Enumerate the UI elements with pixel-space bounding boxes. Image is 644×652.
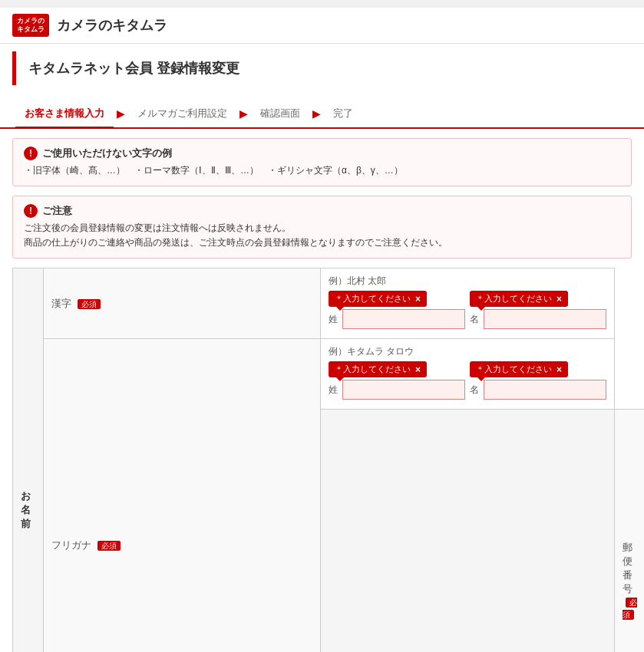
notice2-icon: ! <box>24 204 38 218</box>
name-label: お名前 <box>13 268 44 652</box>
notice1-text: ・旧字体（崎、髙、…） ・ローマ数字（Ⅰ、Ⅱ、Ⅲ、…） ・ギリシャ文字（α、β、… <box>24 163 620 178</box>
furigana-label: フリガナ 必須 <box>44 339 321 652</box>
registration-form: お名前 漢字 必須 例）北村 太郎 ＊入力してください × 姓 <box>12 268 644 652</box>
step-4-label: 完了 <box>333 107 353 120</box>
step-2[interactable]: メルマガご利用設定 <box>128 100 236 127</box>
notice2-title-text: ご注意 <box>42 204 72 218</box>
step-3[interactable]: 確認画面 <box>251 100 309 127</box>
step-arrow-1: ▶ <box>117 107 125 120</box>
address-label: ご住所 <box>321 410 615 652</box>
kanji-input-row: ＊入力してください × 姓 ＊入力してください × <box>329 291 606 329</box>
notice1-title: ! ご使用いただけない文字の例 <box>24 147 620 160</box>
step-4[interactable]: 完了 <box>324 100 362 127</box>
step-1-label: お客さま情報入力 <box>25 107 104 120</box>
logo-line2: キタムラ <box>17 25 45 34</box>
furigana-input-row: ＊入力してください × 姓 ＊入力してください × <box>329 361 606 400</box>
kanji-sei-error-close[interactable]: × <box>415 294 421 305</box>
kanji-sei-error-text: ＊入力してください <box>335 293 411 305</box>
furigana-sei-error-tooltip: ＊入力してください × <box>329 361 427 377</box>
mei-label-furigana: 名 <box>470 384 479 397</box>
postal-required: 必須 <box>623 598 637 620</box>
header: カメラの キタムラ カメラのキタムラ <box>0 8 644 44</box>
logo: カメラの キタムラ <box>12 14 49 37</box>
kanji-required: 必須 <box>78 299 101 309</box>
furigana-mei-input[interactable] <box>484 380 606 400</box>
kanji-example: 例）北村 太郎 <box>329 275 606 288</box>
step-2-label: メルマガご利用設定 <box>137 107 227 120</box>
furigana-example: 例）キタムラ タロウ <box>329 345 606 358</box>
notice-unusable-chars: ! ご使用いただけない文字の例 ・旧字体（崎、髙、…） ・ローマ数字（Ⅰ、Ⅱ、Ⅲ… <box>12 138 632 186</box>
step-arrow-2: ▶ <box>239 107 248 120</box>
furigana-mei-error-text: ＊入力してください <box>476 364 552 375</box>
notice-caution: ! ご注意 ご注文後の会員登録情報の変更は注文情報へは反映されません。 商品の仕… <box>12 196 632 258</box>
furigana-content: 例）キタムラ タロウ ＊入力してください × 姓 <box>321 339 615 410</box>
furigana-sei-error-close[interactable]: × <box>415 364 421 375</box>
kanji-label: 漢字 必須 <box>44 268 321 339</box>
kanji-content: 例）北村 太郎 ＊入力してください × 姓 <box>321 268 615 339</box>
kanji-sei-error-tooltip: ＊入力してください × <box>329 291 427 307</box>
furigana-sei-error-text: ＊入力してください <box>335 364 411 375</box>
notice2-title: ! ご注意 <box>24 204 620 218</box>
kanji-mei-error-text: ＊入力してください <box>476 293 552 305</box>
furigana-mei-error-tooltip: ＊入力してください × <box>470 361 568 377</box>
notice2-text2: 商品の仕上がりのご連絡や商品の発送は、ご注文時点の会員登録情報となりますのでご注… <box>24 235 620 250</box>
sei-label-kanji: 姓 <box>329 313 338 326</box>
step-1[interactable]: お客さま情報入力 <box>15 100 114 129</box>
furigana-main-row: フリガナ 必須 例）キタムラ タロウ ＊入力してください × 姓 <box>13 339 645 410</box>
step-3-label: 確認画面 <box>260 107 300 120</box>
notice2-text1: ご注文後の会員登録情報の変更は注文情報へは反映されません。 <box>24 221 620 235</box>
step-arrow-3: ▶ <box>312 107 321 120</box>
furigana-sei-input[interactable] <box>342 380 465 400</box>
kanji-mei-error-tooltip: ＊入力してください × <box>470 291 568 307</box>
furigana-mei-error-close[interactable]: × <box>556 364 562 375</box>
sei-label-furigana: 姓 <box>329 384 338 397</box>
kanji-mei-input[interactable] <box>484 309 606 329</box>
kanji-sei-input[interactable] <box>342 309 465 329</box>
mei-label-kanji: 名 <box>470 313 479 326</box>
name-kanji-row: お名前 漢字 必須 例）北村 太郎 ＊入力してください × 姓 <box>13 268 645 339</box>
postal-label: 郵便番号 必須 <box>615 410 645 652</box>
page-title: キタムラネット会員 登録情報変更 <box>12 51 632 85</box>
kanji-mei-error-close[interactable]: × <box>556 294 562 305</box>
logo-line1: カメラの <box>17 17 45 25</box>
notice1-icon: ! <box>24 147 38 160</box>
step-indicator: お客さま情報入力 ▶ メルマガご利用設定 ▶ 確認画面 ▶ 完了 <box>0 93 644 129</box>
site-title: カメラのキタムラ <box>57 16 167 35</box>
notice1-title-text: ご使用いただけない文字の例 <box>42 147 172 160</box>
furigana-required: 必須 <box>97 541 121 551</box>
